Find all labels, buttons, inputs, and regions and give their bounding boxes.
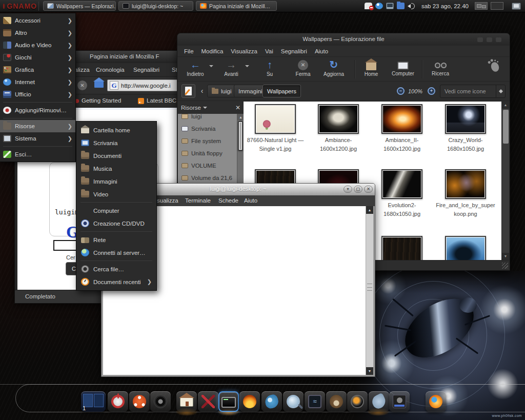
menu-item-aggiungi-rimuovi[interactable]: Aggiungi/Rimuovi… bbox=[0, 104, 75, 116]
path-button-immagini[interactable]: Immagini bbox=[234, 85, 267, 97]
minimize-button[interactable]: ▾ bbox=[344, 186, 352, 193]
maximize-button[interactable] bbox=[487, 37, 492, 42]
close-sidebar-icon[interactable]: ✕ bbox=[235, 104, 240, 111]
menu-segnalibri[interactable]: Segnalibri bbox=[281, 48, 307, 54]
back-button[interactable]: ← Indietro bbox=[181, 59, 210, 77]
zoom-out-icon[interactable]: − bbox=[397, 87, 405, 95]
zoom-in-icon[interactable]: + bbox=[428, 87, 435, 95]
volume-icon[interactable] bbox=[408, 3, 415, 9]
menu-modifica[interactable]: Modifica bbox=[201, 48, 224, 54]
menu-item-altro[interactable]: Altro ❯ bbox=[0, 27, 75, 39]
menu-visualizza[interactable]: Visualizza bbox=[231, 48, 257, 54]
menu-aiuto[interactable]: Aiuto bbox=[244, 197, 257, 204]
menu-item-esci[interactable]: Esci… bbox=[0, 148, 75, 161]
messenger-busy-icon[interactable] bbox=[365, 3, 372, 9]
submenu-item-scrivania[interactable]: Scrivania bbox=[76, 136, 156, 149]
forward-button[interactable]: → Avanti bbox=[217, 59, 246, 77]
workspace-1[interactable] bbox=[475, 2, 488, 10]
menu-item-giochi[interactable]: Giochi ❯ bbox=[0, 51, 75, 64]
dropdown-spinner-icon[interactable] bbox=[496, 85, 505, 97]
url-text[interactable]: http://www.google.i bbox=[121, 83, 171, 89]
display-icon[interactable] bbox=[386, 3, 394, 9]
scroll-down-icon[interactable]: ▼ bbox=[366, 367, 373, 375]
sidebar-item-luigi[interactable]: luigi bbox=[178, 114, 237, 123]
file-item[interactable] bbox=[436, 236, 495, 260]
minimize-button[interactable] bbox=[477, 37, 483, 42]
file-manager-titlebar[interactable]: Wallpapers — Esplorazione file bbox=[177, 33, 510, 46]
submenu-item-connetti-server[interactable]: Connetti al server… bbox=[76, 246, 156, 259]
scroll-up-icon[interactable]: ▲ bbox=[237, 114, 244, 121]
menu-cronologia[interactable]: Cronologia bbox=[96, 67, 125, 73]
file-item[interactable]: Fire_and_Ice_by_superkoop.png bbox=[436, 169, 495, 218]
home-icon[interactable] bbox=[94, 82, 104, 88]
up-button[interactable]: ↑ Su bbox=[255, 59, 284, 77]
dock-thunderbird-button[interactable] bbox=[369, 391, 389, 412]
scroll-up-icon[interactable]: ▲ bbox=[502, 102, 509, 109]
menu-item-grafica[interactable]: Grafica ❯ bbox=[0, 64, 75, 76]
scroll-up-icon[interactable]: ▲ bbox=[366, 206, 373, 214]
file-item[interactable]: Ambiance-1600x1200.jpg bbox=[309, 104, 368, 153]
dock-terminal-button[interactable] bbox=[218, 391, 239, 412]
menu-terminale[interactable]: Terminale bbox=[185, 197, 211, 204]
stop-icon[interactable]: ✕ bbox=[77, 81, 87, 90]
submenu-item-immagini[interactable]: Immagini bbox=[76, 175, 156, 188]
close-button[interactable]: ✕ bbox=[364, 186, 373, 193]
terminal-scrollbar[interactable]: ▲ ▼ bbox=[366, 206, 373, 375]
taskbar-button-terminal[interactable]: luigi@luigi-desktop: ~ bbox=[118, 1, 193, 11]
main-menu-button[interactable]: GNAMO bbox=[3, 2, 37, 10]
taskbar-button-firefox[interactable]: Pagina iniziale di Mozill… bbox=[196, 1, 277, 11]
close-button[interactable] bbox=[496, 37, 501, 42]
dock-media-player-button[interactable] bbox=[389, 391, 410, 412]
dock-firestarter-button[interactable] bbox=[239, 391, 260, 412]
dock-bluefish-button[interactable] bbox=[261, 391, 282, 412]
home-button[interactable]: Home bbox=[357, 59, 386, 77]
stop-button[interactable]: ✕ Ferma bbox=[289, 59, 317, 77]
workspace-2[interactable] bbox=[491, 2, 503, 10]
path-button-luigi[interactable]: luigi bbox=[207, 85, 236, 97]
submenu-item-documenti[interactable]: Documenti bbox=[76, 149, 156, 162]
submenu-item-cartella-home[interactable]: Cartella home bbox=[76, 124, 156, 136]
dock-photo-button[interactable] bbox=[347, 391, 368, 412]
scrollbar-grip[interactable] bbox=[367, 284, 372, 291]
menu-file[interactable]: File bbox=[184, 48, 194, 54]
file-item[interactable]: Crazy_World-1680x1050.jpg bbox=[436, 104, 495, 153]
browser-swirl-icon[interactable] bbox=[375, 3, 383, 9]
menu-segnalibri[interactable]: Segnalibri bbox=[133, 67, 159, 73]
sidebar-item-floppy[interactable]: Unità floppy bbox=[178, 147, 237, 159]
sidebar-item-filesystem[interactable]: File system bbox=[178, 135, 237, 147]
clock[interactable]: sab 23 ago, 22.40 bbox=[421, 3, 469, 9]
sidebar-item-volume2[interactable]: Volume da 21,6 bbox=[178, 172, 237, 184]
submenu-item-computer[interactable]: Computer bbox=[76, 204, 156, 217]
menu-item-internet[interactable]: Internet ❯ bbox=[0, 76, 75, 88]
back-dropdown-icon[interactable] bbox=[209, 65, 213, 69]
file-manager-icon[interactable] bbox=[397, 3, 405, 9]
file-item[interactable]: 87660-Natural Light — Single v1.jpg bbox=[246, 104, 305, 153]
dock-volume-button[interactable] bbox=[150, 391, 171, 412]
submenu-item-rete[interactable]: Rete bbox=[76, 233, 156, 246]
menu-vai[interactable]: Vai bbox=[265, 48, 273, 54]
dock-power-button[interactable] bbox=[108, 391, 128, 412]
dock-workspace-pager[interactable]: 1 bbox=[81, 391, 106, 412]
menu-item-audio-video[interactable]: Audio e Video ❯ bbox=[0, 39, 75, 51]
dock-system-monitor-button[interactable]: ≈ bbox=[305, 391, 325, 412]
submenu-item-musica[interactable]: Musica bbox=[76, 162, 156, 175]
dock-firefox-button[interactable] bbox=[426, 391, 446, 412]
computer-button[interactable]: Computer bbox=[389, 59, 417, 76]
submenu-item-documenti-recenti[interactable]: Documenti recenti ❯ bbox=[76, 275, 156, 288]
sidebar-header[interactable]: Risorse ✕ bbox=[178, 102, 244, 114]
scrollbar-thumb[interactable] bbox=[238, 121, 243, 151]
dock-search-button[interactable] bbox=[283, 391, 304, 412]
file-view-scrollbar[interactable]: ▲ ▼ bbox=[501, 102, 509, 260]
edit-location-button[interactable] bbox=[181, 84, 195, 98]
file-item[interactable]: Evolution2-1680x1050.jpg bbox=[372, 169, 432, 218]
submenu-item-cerca-file[interactable]: Cerca file… bbox=[76, 263, 156, 275]
view-mode-dropdown[interactable]: Vedi come icone bbox=[440, 85, 506, 98]
sidebar-item-scrivania[interactable]: Scrivania bbox=[178, 123, 237, 135]
scroll-down-icon[interactable]: ▼ bbox=[502, 253, 509, 260]
menu-schede[interactable]: Schede bbox=[218, 197, 238, 204]
resize-grip[interactable] bbox=[502, 263, 508, 269]
sidebar-item-volume[interactable]: VOLUME bbox=[178, 159, 237, 172]
menu-aiuto[interactable]: Aiuto bbox=[315, 48, 328, 54]
scrollbar-thumb[interactable] bbox=[503, 110, 509, 144]
menu-item-sistema[interactable]: Sistema ❯ bbox=[0, 132, 75, 145]
